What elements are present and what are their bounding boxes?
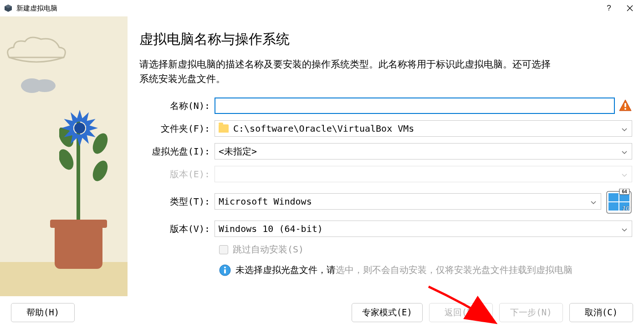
svg-text:10: 10 [622, 204, 630, 212]
help-button[interactable]: 帮助(H) [11, 303, 75, 322]
iso-value: <未指定> [219, 145, 257, 158]
help-button[interactable]: ? [598, 1, 619, 15]
type-label: 类型(T): [139, 195, 215, 208]
folder-icon [219, 124, 229, 133]
chevron-down-icon [591, 196, 596, 207]
svg-text:64: 64 [622, 189, 627, 194]
version-label: 版本(V): [139, 223, 215, 235]
skip-unattended-checkbox [219, 245, 228, 254]
page-description: 请选择新虚拟电脑的描述名称及要安装的操作系统类型。此名称将用于标识此虚拟电脑。还… [139, 57, 558, 86]
info-row: 未选择虚拟光盘文件，请 选中，则不会自动安装，仅将安装光盘文件挂载到虚拟电脑 [219, 264, 632, 276]
svg-point-33 [224, 267, 226, 268]
os-badge-icon: 64 10 [606, 189, 632, 214]
svg-point-20 [74, 123, 85, 134]
svg-rect-27 [608, 202, 618, 211]
svg-point-3 [34, 79, 56, 92]
next-button: 下一步(N) [499, 303, 563, 322]
type-value: Microsoft Windows [219, 196, 312, 207]
edition-combo [215, 166, 632, 182]
chevron-down-icon [622, 169, 627, 180]
app-icon [4, 4, 13, 13]
page-title: 虚拟电脑名称与操作系统 [139, 30, 632, 49]
titlebar: 新建虚拟电脑 ? [0, 0, 644, 16]
name-label: 名称(N): [139, 100, 215, 112]
window-title: 新建虚拟电脑 [16, 4, 57, 13]
skip-unattended-label: 跳过自动安装(S) [233, 243, 304, 256]
folder-label: 文件夹(F): [139, 123, 215, 135]
iso-combo[interactable]: <未指定> [215, 143, 632, 159]
iso-label: 虚拟光盘(I): [139, 145, 215, 158]
svg-rect-34 [224, 269, 226, 273]
version-combo[interactable]: Windows 10 (64-bit) [215, 221, 632, 237]
name-input[interactable] [215, 98, 615, 114]
svg-rect-22 [624, 103, 626, 107]
wizard-content: 虚拟电脑名称与操作系统 请选择新虚拟电脑的描述名称及要安装的操作系统类型。此名称… [128, 16, 644, 296]
info-icon [219, 264, 231, 276]
cancel-button[interactable]: 取消(C) [569, 303, 633, 322]
version-value: Windows 10 (64-bit) [219, 223, 323, 234]
wizard-sidebar-image [0, 16, 128, 296]
info-text-secondary: 选中，则不会自动安装，仅将安装光盘文件挂载到虚拟电脑 [336, 264, 572, 276]
expert-mode-button[interactable]: 专家模式(E) [352, 303, 423, 322]
chevron-down-icon [622, 223, 627, 234]
wizard-footer: 帮助(H) 专家模式(E) 返回(B) 下一步(N) 取消(C) [0, 296, 644, 329]
svg-point-7 [90, 158, 109, 183]
folder-value: C:\software\Oracle\VirtualBox VMs [233, 123, 414, 134]
folder-combo[interactable]: C:\software\Oracle\VirtualBox VMs [215, 120, 632, 137]
svg-rect-25 [608, 193, 618, 201]
info-text-primary: 未选择虚拟光盘文件，请 [235, 264, 336, 276]
svg-point-23 [624, 108, 626, 110]
chevron-down-icon [622, 146, 627, 157]
back-button: 返回(B) [429, 303, 493, 322]
svg-point-5 [59, 147, 77, 172]
warning-icon [618, 99, 632, 113]
chevron-down-icon [622, 123, 627, 134]
close-button[interactable] [619, 1, 640, 15]
edition-label: 版本(E): [139, 168, 215, 180]
type-combo[interactable]: Microsoft Windows [215, 193, 601, 210]
